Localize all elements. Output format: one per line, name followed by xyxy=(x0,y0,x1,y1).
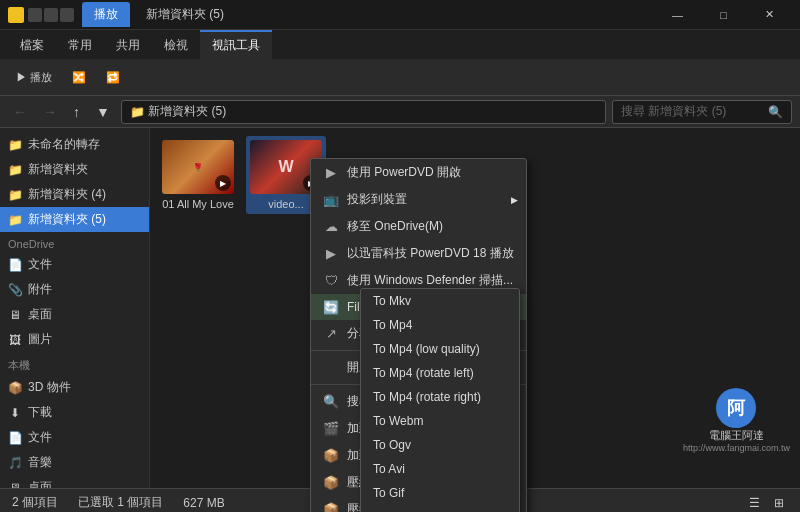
recent-button[interactable]: ▼ xyxy=(91,102,115,122)
sidebar-item-pictures1[interactable]: 🖼 圖片 xyxy=(0,327,149,352)
status-view-buttons: ☰ ⊞ xyxy=(745,494,788,512)
view-details-button[interactable]: ☰ xyxy=(745,494,764,512)
sidebar-item-docs2[interactable]: 📄 文件 xyxy=(0,425,149,450)
ribbon-btn3[interactable]: 🔁 xyxy=(98,67,128,88)
share-icon: ↗ xyxy=(323,326,339,342)
desktop-icon2: 🖥 xyxy=(8,481,22,489)
sidebar-item-new5[interactable]: 📁 新增資料夾 (5) xyxy=(0,207,149,232)
sidebar-item-desktop1[interactable]: 🖥 桌面 xyxy=(0,302,149,327)
submenu-to-ogv[interactable]: To Ogv xyxy=(361,433,519,457)
submenu-to-gif[interactable]: To Gif xyxy=(361,481,519,505)
file-name-2: video... xyxy=(268,198,303,210)
folder-icon: 📁 xyxy=(8,138,22,152)
cloud-icon: ☁ xyxy=(323,219,339,235)
sidebar-item-downloads[interactable]: ⬇ 下載 xyxy=(0,400,149,425)
watermark-url: http://www.fangmai.com.tw xyxy=(683,443,790,453)
submenu-to-mp4-low[interactable]: To Mp4 (low quality) xyxy=(361,337,519,361)
menu-powerdvd-open[interactable]: ▶ 使用 PowerDVD 開啟 xyxy=(311,159,526,186)
music-icon: 🎵 xyxy=(8,456,22,470)
search-box[interactable]: 搜尋 新增資料夾 (5) 🔍 xyxy=(612,100,792,124)
menu-powerdvd18[interactable]: ▶ 以迅雷科技 PowerDVD 18 播放 xyxy=(311,240,526,267)
sidebar-onedrive-header: OneDrive xyxy=(0,232,149,252)
submenu-to-mkv[interactable]: To Mkv xyxy=(361,289,519,313)
title-bar: 播放 新增資料夾 (5) — □ ✕ xyxy=(0,0,800,30)
address-path[interactable]: 📁 新增資料夾 (5) xyxy=(121,100,606,124)
minimize-button[interactable]: — xyxy=(655,0,700,30)
content-area: 🌹 ▶ 01 All My Love W ▶ video... ▶ 使用 Pow… xyxy=(150,128,800,488)
sidebar-item-unnamed[interactable]: 📁 未命名的轉存 xyxy=(0,132,149,157)
folder-icon: 📁 xyxy=(8,163,22,177)
sidebar-item-new1[interactable]: 📁 新增資料夾 xyxy=(0,157,149,182)
tab-file[interactable]: 檔案 xyxy=(8,30,56,59)
submenu-file-converter: To Mkv To Mp4 To Mp4 (low quality) To Mp… xyxy=(360,288,520,512)
quick-btn-2[interactable] xyxy=(44,8,58,22)
quick-btn-3[interactable] xyxy=(60,8,74,22)
desktop-icon: 🖥 xyxy=(8,308,22,322)
folder-icon: 📁 xyxy=(8,188,22,202)
submenu-to-avi[interactable]: To Avi xyxy=(361,457,519,481)
sidebar-item-3d[interactable]: 📦 3D 物件 xyxy=(0,375,149,400)
ribbon-play-button[interactable]: ▶ 播放 xyxy=(8,66,60,89)
sidebar-label-docs: 文件 xyxy=(28,256,52,273)
submenu-to-webm[interactable]: To Webm xyxy=(361,409,519,433)
submenu-to-mp4-left[interactable]: To Mp4 (rotate left) xyxy=(361,361,519,385)
status-size: 627 MB xyxy=(183,496,224,510)
file-thumbnail-1: 🌹 ▶ xyxy=(162,140,234,194)
sidebar-label-attach: 附件 xyxy=(28,281,52,298)
address-bar: ← → ↑ ▼ 📁 新增資料夾 (5) 搜尋 新增資料夾 (5) 🔍 xyxy=(0,96,800,128)
converter-icon: 🔄 xyxy=(323,299,339,315)
submenu-to-mp4-right[interactable]: To Mp4 (rotate right) xyxy=(361,385,519,409)
path-icon: 📁 xyxy=(130,105,145,119)
menu-onedrive[interactable]: ☁ 移至 OneDrive(M) xyxy=(311,213,526,240)
close-button[interactable]: ✕ xyxy=(747,0,792,30)
rar-icon: 📦 xyxy=(323,448,339,464)
menu-cast[interactable]: 📺 投影到裝置 xyxy=(311,186,526,213)
up-button[interactable]: ↑ xyxy=(68,102,85,122)
play-icon2: ▶ xyxy=(323,246,339,262)
tab-video-tools[interactable]: 視訊工具 xyxy=(200,30,272,59)
play-icon: ▶ xyxy=(323,165,339,181)
tab-new-folder[interactable]: 新增資料夾 (5) xyxy=(134,2,236,27)
ribbon: 檔案 常用 共用 檢視 視訊工具 ▶ 播放 🔀 🔁 xyxy=(0,30,800,96)
editor-icon: 🎬 xyxy=(323,421,339,437)
window-controls: — □ ✕ xyxy=(655,0,792,30)
docs-icon2: 📄 xyxy=(8,431,22,445)
ribbon-btn2[interactable]: 🔀 xyxy=(64,67,94,88)
sidebar-label-new1: 新增資料夾 xyxy=(28,161,88,178)
tab-view[interactable]: 檢視 xyxy=(152,30,200,59)
sidebar-item-docs[interactable]: 📄 文件 xyxy=(0,252,149,277)
sidebar-label-docs2: 文件 xyxy=(28,429,52,446)
attach-icon: 📎 xyxy=(8,283,22,297)
status-count: 2 個項目 xyxy=(12,494,58,511)
tab-home[interactable]: 常用 xyxy=(56,30,104,59)
view-tiles-button[interactable]: ⊞ xyxy=(770,494,788,512)
sidebar-item-new4[interactable]: 📁 新增資料夾 (4) xyxy=(0,182,149,207)
quick-access-buttons xyxy=(28,8,74,22)
sidebar: 📁 未命名的轉存 📁 新增資料夾 📁 新增資料夾 (4) 📁 新增資料夾 (5)… xyxy=(0,128,150,488)
sidebar-label-unnamed: 未命名的轉存 xyxy=(28,136,100,153)
tab-play[interactable]: 播放 xyxy=(82,2,130,27)
sidebar-label-new5: 新增資料夾 (5) xyxy=(28,211,106,228)
thumb-label-1: 🌹 xyxy=(193,163,203,172)
sidebar-item-desktop2[interactable]: 🖥 桌面 xyxy=(0,475,149,488)
shield-icon: 🛡 xyxy=(323,273,339,289)
download-icon: ⬇ xyxy=(8,406,22,420)
quick-btn-1[interactable] xyxy=(28,8,42,22)
tab-share[interactable]: 共用 xyxy=(104,30,152,59)
path-text: 新增資料夾 (5) xyxy=(148,103,226,120)
sidebar-label-music: 音樂 xyxy=(28,454,52,471)
forward-button[interactable]: → xyxy=(38,102,62,122)
submenu-to-mp4[interactable]: To Mp4 xyxy=(361,313,519,337)
sidebar-label-3d: 3D 物件 xyxy=(28,379,71,396)
back-button[interactable]: ← xyxy=(8,102,32,122)
submenu-to-gif-low[interactable]: To Gif (low quality) xyxy=(361,505,519,512)
sidebar-label-desktop2: 桌面 xyxy=(28,479,52,488)
sidebar-item-attach[interactable]: 📎 附件 xyxy=(0,277,149,302)
file-item-video1[interactable]: 🌹 ▶ 01 All My Love xyxy=(158,136,238,214)
status-selected: 已選取 1 個項目 xyxy=(78,494,163,511)
sidebar-item-music[interactable]: 🎵 音樂 xyxy=(0,450,149,475)
open-icon xyxy=(323,360,339,376)
watermark-title: 電腦王阿達 xyxy=(709,428,764,443)
maximize-button[interactable]: □ xyxy=(701,0,746,30)
folder-icon: 📁 xyxy=(8,213,22,227)
